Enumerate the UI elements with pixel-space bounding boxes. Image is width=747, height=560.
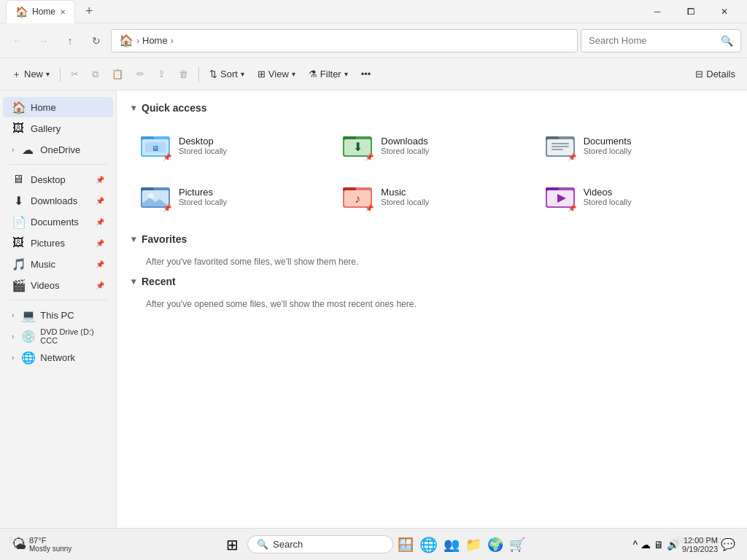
- quick-access-header[interactable]: ▾ Quick access: [131, 102, 732, 114]
- sidebar-item-desktop[interactable]: 🖥 Desktop 📌: [3, 169, 113, 190]
- tray-chevron-icon[interactable]: ^: [632, 539, 638, 551]
- notification-icon[interactable]: 💬: [721, 537, 735, 551]
- music-pin-icon: 📌: [96, 260, 104, 268]
- sidebar-item-pictures[interactable]: 🖼 Pictures 📌: [3, 233, 113, 253]
- copy-button[interactable]: ⧉: [86, 63, 104, 86]
- taskbar-search-icon: 🔍: [257, 539, 268, 550]
- weather-widget[interactable]: 🌤 87°F Mostly sunny: [6, 534, 77, 554]
- folder-downloads[interactable]: ⬇ 📌 Downloads Stored locally: [333, 122, 530, 168]
- desktop-sidebar-icon: 🖥: [12, 173, 25, 186]
- sidebar-network-label: Network: [40, 352, 75, 363]
- rename-button[interactable]: ✏: [131, 63, 150, 86]
- taskbar-teams-icon[interactable]: 👥: [442, 535, 461, 554]
- sidebar-item-onedrive[interactable]: › ☁ OneDrive: [3, 139, 113, 160]
- taskbar-fileexplorer-icon[interactable]: 📁: [464, 535, 483, 554]
- delete-icon: 🗑: [179, 69, 188, 79]
- tray-network-icon[interactable]: 🖥: [654, 539, 664, 551]
- tray-cloud-icon[interactable]: ☁: [640, 539, 651, 551]
- sidebar-item-network[interactable]: › 🌐 Network: [3, 347, 113, 368]
- weather-temp: 87°F: [29, 536, 71, 545]
- recent-empty-text: After you've opened some files, we'll sh…: [131, 296, 732, 318]
- home-icon: 🏠: [119, 34, 133, 47]
- folder-music[interactable]: ♪ 📌 Music Stored locally: [333, 174, 530, 219]
- dvd-icon: 💿: [21, 330, 34, 343]
- sidebar-downloads-label: Downloads: [31, 195, 77, 206]
- delete-button[interactable]: 🗑: [173, 63, 194, 86]
- sidebar: 🏠 Home 🖼 Gallery › ☁ OneDrive 🖥 Desktop …: [0, 90, 117, 531]
- cut-button[interactable]: ✂: [65, 63, 85, 86]
- tray-volume-icon[interactable]: 🔊: [667, 539, 679, 551]
- new-tab-button[interactable]: +: [81, 2, 98, 20]
- sidebar-desktop-label: Desktop: [31, 174, 66, 185]
- folder-pictures[interactable]: 📌 Pictures Stored locally: [131, 174, 328, 219]
- svg-rect-13: [551, 146, 569, 147]
- taskbar-edge-icon[interactable]: 🌐: [418, 534, 439, 555]
- tab-close-button[interactable]: ✕: [60, 8, 66, 16]
- favorites-header[interactable]: ▾ Favorites: [131, 233, 732, 245]
- favorites-label: Favorites: [142, 233, 187, 245]
- more-button[interactable]: •••: [355, 63, 377, 86]
- path-separator-2: ›: [171, 36, 174, 46]
- rename-icon: ✏: [136, 69, 144, 79]
- sidebar-item-gallery[interactable]: 🖼 Gallery: [3, 118, 113, 139]
- sidebar-item-dvd[interactable]: › 💿 DVD Drive (D:) CCC: [3, 326, 113, 346]
- downloads-pin-icon: 📌: [96, 197, 104, 205]
- taskbar-search[interactable]: 🔍 Search: [247, 535, 393, 553]
- file-explorer-tab[interactable]: 🏠 Home ✕: [6, 0, 75, 23]
- details-button[interactable]: ⊟ Details: [689, 63, 741, 86]
- documents-folder-sub: Stored locally: [584, 147, 632, 155]
- maximize-button[interactable]: ⧠: [674, 0, 708, 23]
- back-button[interactable]: ←: [6, 29, 29, 52]
- sort-button[interactable]: ⇅ Sort ▾: [204, 63, 250, 86]
- share-button[interactable]: ⇪: [152, 63, 171, 86]
- sidebar-item-thispc[interactable]: › 💻 This PC: [3, 305, 113, 325]
- minimize-button[interactable]: ─: [640, 0, 674, 23]
- folder-desktop[interactable]: 🖥 📌 Desktop Stored locally: [131, 122, 328, 168]
- svg-rect-12: [551, 143, 569, 144]
- sidebar-item-home[interactable]: 🏠 Home: [3, 97, 113, 117]
- window-controls: ─ ⧠ ✕: [640, 0, 741, 23]
- paste-icon: 📋: [112, 69, 123, 79]
- title-bar-left: 🏠 Home ✕ +: [6, 0, 640, 23]
- documents-folder-icon-wrap: 📌: [544, 129, 576, 161]
- dvd-chevron-icon: ›: [12, 332, 14, 341]
- folder-videos[interactable]: 📌 Videos Stored locally: [536, 174, 732, 219]
- sidebar-item-documents[interactable]: 📄 Documents 📌: [3, 211, 113, 232]
- up-button[interactable]: ↑: [58, 29, 82, 52]
- quick-access-label: Quick access: [142, 102, 207, 114]
- folder-documents[interactable]: 📌 Documents Stored locally: [536, 122, 732, 168]
- sidebar-item-music[interactable]: 🎵 Music 📌: [3, 254, 113, 274]
- sidebar-gallery-label: Gallery: [31, 123, 61, 134]
- svg-text:🖥: 🖥: [152, 144, 159, 152]
- view-button[interactable]: ⊞ View ▾: [252, 63, 301, 86]
- quick-access-grid: 🖥 📌 Desktop Stored locally ⬇: [131, 122, 732, 219]
- filter-chevron-icon: ▾: [344, 70, 348, 78]
- refresh-button[interactable]: ↻: [85, 29, 108, 52]
- music-folder-icon-wrap: ♪ 📌: [341, 180, 374, 212]
- forward-button[interactable]: →: [32, 29, 55, 52]
- recent-label: Recent: [142, 276, 176, 287]
- start-button[interactable]: ⊞: [220, 533, 244, 556]
- sidebar-item-videos[interactable]: 🎬 Videos 📌: [3, 275, 113, 295]
- clock[interactable]: 12:00 PM 9/19/2023: [682, 536, 718, 553]
- search-input[interactable]: [589, 35, 716, 46]
- sidebar-item-downloads[interactable]: ⬇ Downloads 📌: [3, 190, 113, 211]
- downloads-folder-name: Downloads: [381, 136, 429, 147]
- address-path[interactable]: 🏠 › Home ›: [111, 29, 578, 52]
- details-icon: ⊟: [695, 69, 703, 79]
- filter-button[interactable]: ⚗ Filter ▾: [303, 63, 354, 86]
- details-label: Details: [706, 69, 735, 79]
- paste-button[interactable]: 📋: [106, 63, 129, 86]
- close-button[interactable]: ✕: [708, 0, 741, 23]
- downloads-folder-info: Downloads Stored locally: [381, 136, 429, 155]
- downloads-folder-sub: Stored locally: [381, 147, 429, 155]
- sidebar-videos-label: Videos: [31, 280, 60, 291]
- taskbar-widgets-icon[interactable]: 🪟: [396, 535, 415, 554]
- new-button[interactable]: ＋ New ▾: [6, 63, 55, 86]
- sidebar-pictures-label: Pictures: [31, 238, 65, 249]
- address-bar: ← → ↑ ↻ 🏠 › Home › 🔍: [0, 23, 747, 58]
- taskbar-store-icon[interactable]: 🛒: [508, 535, 527, 554]
- taskbar-browser-icon[interactable]: 🌍: [486, 535, 505, 554]
- search-box[interactable]: 🔍: [581, 29, 741, 52]
- recent-header[interactable]: ▾ Recent: [131, 276, 732, 287]
